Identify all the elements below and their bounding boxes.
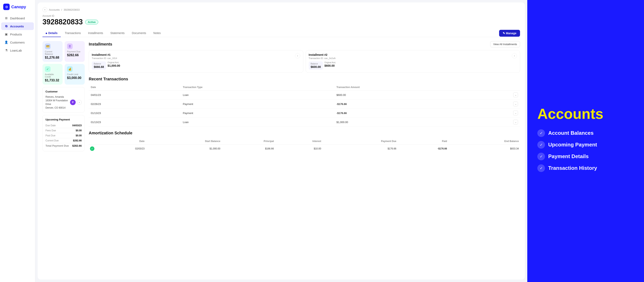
amortization-header: Amortization Schedule — [89, 131, 520, 135]
table-row: ✓ 02/03/23 $1,000.00 $166.66 $10.00 $176… — [89, 144, 520, 153]
payment-row-past-due: Past Due $0.00 — [46, 133, 82, 138]
payment-value-current-due: $282.66 — [73, 139, 82, 142]
breadcrumb-current: 39288203833 — [64, 8, 80, 11]
installment-1-expand-button[interactable]: › — [295, 53, 300, 58]
promo-item-text: Upcoming Payment — [548, 142, 597, 148]
sidebar-item-label: Accounts — [10, 25, 24, 28]
promo-panel: Accounts ✓ Account Balances ✓ Upcoming P… — [527, 0, 644, 282]
table-row: 02/26/23 Payment -$176.66 ⌄ — [89, 100, 520, 109]
customer-navigate-button[interactable]: › — [77, 100, 82, 105]
tx-expand-button[interactable]: ⌄ — [513, 102, 518, 106]
amort-col-paid: Paid — [398, 138, 448, 144]
payment-value-due-date: 04/03/23 — [72, 124, 82, 127]
payment-value-past-due: $0.00 — [76, 134, 82, 137]
promo-check-icon: ✓ — [537, 164, 545, 172]
sidebar-item-dashboard[interactable]: ⊞ Dashboard — [1, 14, 34, 22]
tx-expand: ⌄ — [511, 109, 520, 118]
payment-row-total: Total Payment Due $282.66 — [46, 143, 82, 148]
installments-title: Installments — [89, 42, 112, 47]
balance-label-limit: Credit Limit — [67, 73, 82, 76]
tx-expand-button[interactable]: ⌄ — [513, 111, 518, 115]
tab-transactions[interactable]: Transactions — [62, 30, 84, 37]
installment-2-expand-button[interactable]: › — [512, 53, 517, 58]
installment-1-balance-label: Balance — [94, 63, 104, 65]
tx-amount: $600.00 — [334, 90, 511, 100]
balance-card-icon-payment: 🗓 — [67, 44, 73, 49]
payment-row-fees: Fees Due $0.00 — [46, 128, 82, 133]
amort-col-date: Date — [96, 138, 146, 144]
balance-label-payment: Payment Due — [67, 50, 82, 53]
payment-value-fees: $0.00 — [76, 129, 82, 132]
amort-principal: $166.66 — [222, 144, 275, 153]
two-col-layout: 💳 Current Balance $1,276.68 🗓 Payment Du… — [42, 41, 520, 154]
customer-section: Customer Reeves, Amanda 16304 W Foundati… — [42, 87, 85, 113]
tx-type: Loan — [181, 90, 334, 100]
balance-grid: 💳 Current Balance $1,276.68 🗓 Payment Du… — [42, 41, 85, 85]
amort-col-payment: Payment Due — [322, 138, 398, 144]
customer-address2: Denver, CO 80014 — [46, 106, 70, 110]
sidebar-item-customers[interactable]: 👤 Customers — [1, 39, 34, 46]
customer-row: Reeves, Amanda 16304 W Foundation Drive … — [46, 95, 82, 110]
promo-item: ✓ Account Balances — [537, 129, 634, 137]
installment-1-original-value: $1,000.00 — [108, 64, 122, 67]
installment-2-content: Installment #2 Transaction ID: can_2e2ui… — [309, 53, 339, 70]
tx-date: 01/13/23 — [89, 109, 181, 118]
sidebar-item-loanlab[interactable]: ⚗ LoanLab — [1, 47, 34, 54]
breadcrumb-parent[interactable]: Accounts — [49, 8, 60, 11]
tab-notes[interactable]: Notes — [150, 30, 164, 37]
grid-icon: ⊞ — [4, 16, 8, 20]
balance-card-icon-credit: ✓ — [45, 66, 50, 72]
table-row: 01/13/23 Payment -$176.66 ⌄ — [89, 109, 520, 118]
installment-1-original-box: Original Amt. $1,000.00 — [108, 62, 122, 70]
tab-documents[interactable]: Documents — [128, 30, 149, 37]
amort-end-balance: $833.34 — [448, 144, 520, 153]
tab-installments[interactable]: Installments — [85, 30, 106, 37]
transactions-header-row: Date Transaction Type Transaction Amount — [89, 84, 520, 90]
view-all-installments-button[interactable]: View All Installments — [490, 41, 520, 47]
installment-2-original-value: $600.00 — [324, 64, 339, 67]
installment-2-title: Installment #2 — [309, 53, 339, 56]
balance-label-current: Current Balance — [45, 50, 60, 55]
table-row: 04/01/23 Loan $600.00 ⌄ — [89, 90, 520, 100]
tx-date: 04/01/23 — [89, 90, 181, 100]
promo-item-text: Account Balances — [548, 130, 594, 136]
tab-details[interactable]: Details — [42, 30, 61, 37]
payment-label-due-date: Due Date — [46, 124, 56, 127]
promo-items: ✓ Account Balances ✓ Upcoming Payment ✓ … — [537, 129, 634, 176]
amort-header-row: Date Start Balance Principal Interest Pa… — [89, 138, 520, 144]
installment-1-balance-box: Balance $666.68 — [92, 62, 106, 70]
tab-statements[interactable]: Statements — [107, 30, 128, 37]
amort-col-interest: Interest — [275, 138, 322, 144]
breadcrumb-separator: / — [61, 8, 62, 11]
installment-2-tid: Transaction ID: can_2e2uih — [309, 57, 339, 59]
tx-expand-button[interactable]: ⌄ — [513, 92, 518, 97]
sidebar-item-label: Customers — [10, 41, 25, 44]
manage-button[interactable]: ✎ Manage — [499, 30, 520, 37]
tabs-bar: Details Transactions Installments Statem… — [42, 30, 520, 37]
installment-1-tid: Transaction ID: can_1814 — [92, 57, 122, 59]
sidebar-item-accounts[interactable]: ⧉ Accounts — [1, 22, 34, 30]
promo-item: ✓ Upcoming Payment — [537, 141, 634, 149]
recent-transactions-header: Recent Transactions — [89, 77, 520, 81]
amort-col-principal: Principal — [222, 138, 275, 144]
transactions-table: Date Transaction Type Transaction Amount… — [89, 84, 520, 127]
content-card: ‹ Accounts / 39288203833 Account ID 3928… — [38, 3, 525, 279]
balance-value-current: $1,276.68 — [45, 56, 60, 59]
tx-expand-button[interactable]: ⌄ — [513, 120, 518, 124]
back-button[interactable]: ‹ — [42, 7, 47, 12]
customer-info: Reeves, Amanda 16304 W Foundation Drive … — [46, 95, 70, 110]
amort-payment-due: $176.66 — [322, 144, 398, 153]
amort-col-check — [89, 138, 96, 144]
promo-item: ✓ Transaction History — [537, 164, 634, 172]
installment-1-fields: Balance $666.68 Original Amt. $1,000.00 — [92, 62, 122, 70]
promo-check-icon: ✓ — [537, 153, 545, 160]
payment-label-current-due: Current Due — [46, 139, 58, 142]
balance-card-icon-limit: 💰 — [67, 66, 73, 72]
installment-card-1: Installment #1 Transaction ID: can_1814 … — [89, 50, 303, 73]
sidebar-item-products[interactable]: ▣ Products — [1, 31, 34, 38]
main-area: ‹ Accounts / 39288203833 Account ID 3928… — [35, 0, 527, 282]
col-date: Date — [89, 84, 181, 90]
tx-date: 02/26/23 — [89, 100, 181, 109]
payment-row-due-date: Due Date 04/03/23 — [46, 123, 82, 128]
status-badge: Active — [85, 20, 98, 24]
